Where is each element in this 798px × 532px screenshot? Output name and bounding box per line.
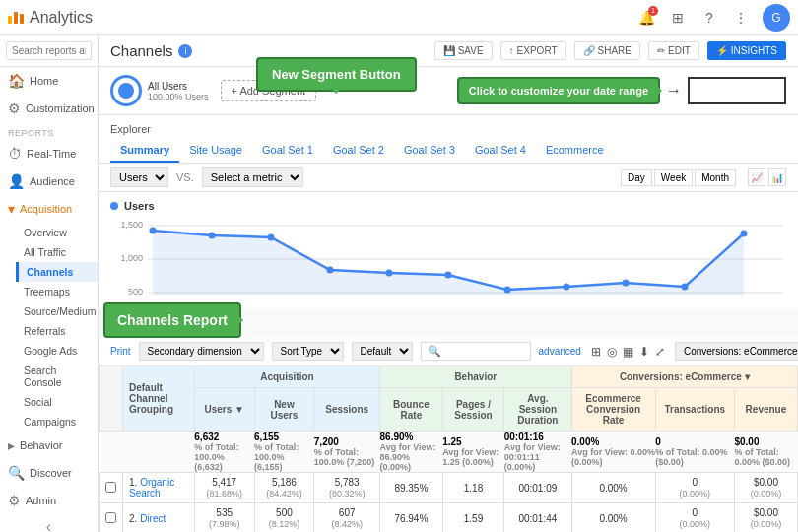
logo-bar-3 (20, 14, 24, 24)
date-range-input[interactable] (688, 77, 786, 104)
advanced-button[interactable]: advanced (539, 346, 581, 357)
grid-icon[interactable]: ⊞ (668, 8, 688, 28)
pages-session-header[interactable]: Pages / Session (442, 388, 504, 432)
sidebar-item-home[interactable]: 🏠 Home (0, 67, 98, 95)
download-button[interactable]: ⬇ (637, 343, 651, 361)
row-checkbox-0[interactable] (100, 473, 123, 503)
row-checkbox-1[interactable] (100, 503, 123, 533)
logo-icon (8, 12, 24, 24)
table-search-input[interactable] (445, 346, 524, 357)
bar-chart-button[interactable]: 📊 (768, 168, 786, 186)
sidebar-item-sourcemedium[interactable]: Source/Medium (16, 301, 98, 321)
tab-goalset3[interactable]: Goal Set 3 (394, 139, 465, 163)
app-title: Analytics (30, 9, 93, 27)
sidebar-item-discover[interactable]: 🔍 Discover (0, 459, 98, 487)
sidebar-item-acquisition[interactable]: ▾ Acquisition (0, 195, 98, 223)
sidebar-item-channels[interactable]: Channels (16, 262, 98, 282)
print-button[interactable]: Print (110, 346, 131, 357)
segment-circle-inner (118, 83, 134, 99)
avatar[interactable]: G (763, 4, 790, 32)
table-body: 1. Organic Search 5,417(81.68%) 5,186(84… (100, 473, 798, 533)
row-bounce-0: 89.35% (380, 473, 443, 503)
sidebar-item-overview[interactable]: Overview (16, 223, 98, 242)
secondary-dimension-select[interactable]: Secondary dimension (139, 342, 264, 361)
bell-icon[interactable]: 🔔 1 (636, 8, 656, 28)
pie-view-button[interactable]: ◎ (605, 343, 619, 361)
sidebar-item-treemaps[interactable]: Treemaps (16, 282, 98, 301)
tab-goalset4[interactable]: Goal Set 4 (465, 139, 536, 163)
tab-goalset1[interactable]: Goal Set 1 (252, 139, 323, 163)
sidebar-item-social[interactable]: Social (16, 392, 98, 412)
revenue-header[interactable]: Revenue (734, 388, 797, 432)
row-revenue-1: $0.00(0.00%) (734, 503, 797, 533)
sidebar-item-alltraffic[interactable]: All Traffic (16, 242, 98, 262)
line-chart-button[interactable]: 📈 (748, 168, 765, 186)
help-icon[interactable]: ? (699, 8, 719, 28)
table-view-button[interactable]: ⊞ (589, 343, 603, 361)
table-search[interactable]: 🔍 (421, 342, 531, 361)
insights-button[interactable]: ⚡ INSIGHTS (707, 41, 786, 60)
chart-legend: Users (110, 200, 786, 212)
sidebar-label-referrals: Referrals (24, 325, 66, 337)
vs-label: VS. (176, 171, 194, 183)
sidebar-collapse-button[interactable]: ‹ (0, 514, 98, 532)
secondary-metric-select[interactable]: Select a metric (202, 167, 303, 187)
row-sessions-1: 607(8.42%) (314, 503, 380, 533)
svg-point-8 (209, 233, 216, 239)
date-callout: Click to customize your date range (457, 77, 660, 104)
sidebar-item-googleads[interactable]: Google Ads (16, 341, 98, 361)
table-area: Print Secondary dimension Sort Type Defa… (99, 338, 798, 532)
share-button[interactable]: 🔗 SHARE (574, 41, 640, 60)
sort-type-select[interactable]: Sort Type (272, 342, 344, 361)
new-users-header[interactable]: New Users (254, 388, 314, 432)
total-users: 6,632 % of Total: 100.0% (6,632) (194, 432, 254, 473)
transactions-header[interactable]: Transactions (655, 388, 734, 432)
sidebar-item-customization[interactable]: ⚙ Customization (0, 95, 98, 122)
explorer-section: Explorer Summary Site Usage Goal Set 1 G… (99, 115, 798, 164)
sidebar-label-campaigns: Campaigns (24, 416, 76, 428)
sidebar-item-behavior[interactable]: ▸ Behavior (0, 432, 98, 459)
channel-link-1[interactable]: Direct (140, 513, 166, 524)
sidebar-item-admin[interactable]: ⚙ Admin (0, 487, 98, 514)
sidebar-label-social: Social (24, 396, 52, 408)
sidebar-label-overview: Overview (24, 227, 67, 238)
date-range-section: Click to customize your date range → (457, 77, 786, 104)
avg-session-header[interactable]: Avg. Session Duration (504, 388, 571, 432)
users-header[interactable]: Users ▼ (194, 388, 254, 432)
sidebar-search-container[interactable] (0, 35, 98, 67)
day-button[interactable]: Day (621, 169, 652, 186)
sidebar-item-audience[interactable]: 👤 Audience (0, 167, 98, 195)
week-button[interactable]: Week (654, 169, 693, 186)
row-new-users-1: 500(8.12%) (254, 503, 314, 533)
primary-metric-select[interactable]: Users (110, 167, 168, 187)
sidebar-item-searchconsole[interactable]: Search Console (16, 361, 98, 392)
default-select[interactable]: Default (352, 342, 413, 361)
sessions-header[interactable]: Sessions (314, 388, 380, 432)
content-area: Channels i 💾 SAVE ↑ EXPORT 🔗 SHARE ✏ EDI… (99, 35, 798, 532)
sidebar-label-channels: Channels (27, 266, 73, 278)
behavior-icon: ▸ (8, 437, 15, 453)
expand-button[interactable]: ⤢ (653, 343, 667, 361)
sidebar-item-campaigns[interactable]: Campaigns (16, 412, 98, 432)
sidebar-item-realtime[interactable]: ⏱ Real-Time (0, 140, 98, 167)
conversions-select[interactable]: Conversions: eCommerce (675, 342, 798, 361)
bounce-rate-header[interactable]: Bounce Rate (380, 388, 443, 432)
export-button[interactable]: ↑ EXPORT (500, 41, 566, 60)
search-input[interactable] (6, 41, 92, 60)
info-icon[interactable]: i (178, 44, 192, 58)
tab-siteusage[interactable]: Site Usage (179, 139, 252, 163)
svg-point-16 (682, 284, 689, 291)
total-transactions: 0 % of Total: 0.00% ($0.00) (655, 432, 734, 473)
sidebar-item-referrals[interactable]: Referrals (16, 321, 98, 341)
edit-button[interactable]: ✏ EDIT (648, 41, 699, 60)
bar-view-button[interactable]: ▦ (621, 343, 635, 361)
ecomm-rate-header[interactable]: Ecommerce Conversion Rate (571, 388, 655, 432)
main-layout: 🏠 Home ⚙ Customization REPORTS ⏱ Real-Ti… (0, 35, 798, 532)
more-icon[interactable]: ⋮ (731, 8, 751, 28)
save-button[interactable]: 💾 SAVE (434, 41, 493, 60)
tab-goalset2[interactable]: Goal Set 2 (323, 139, 394, 163)
tab-ecommerce[interactable]: Ecommerce (536, 139, 614, 163)
chart-area: Users 1,500 1,000 500 (99, 192, 798, 308)
month-button[interactable]: Month (695, 169, 736, 186)
tab-summary[interactable]: Summary (110, 139, 179, 163)
